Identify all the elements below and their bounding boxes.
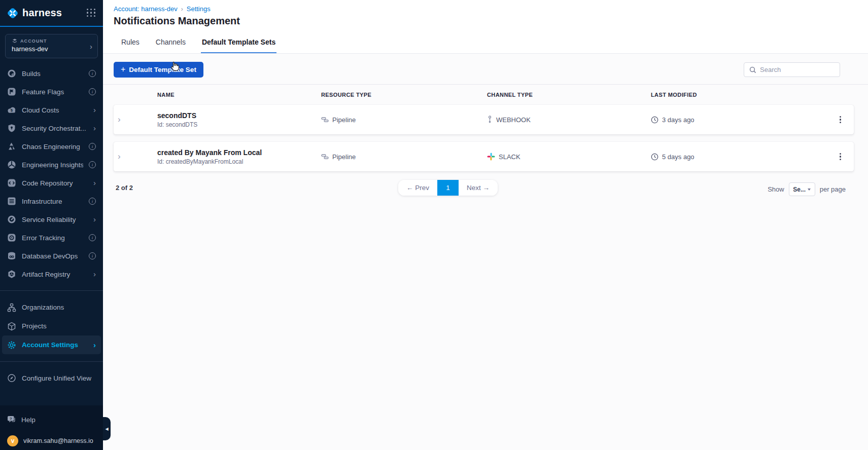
pipeline-icon (321, 116, 329, 123)
tab-default-template-sets[interactable]: Default Template Sets (201, 30, 276, 53)
show-label: Show (768, 185, 784, 193)
sidebar-collapse-handle[interactable]: ◀ (103, 417, 111, 440)
code-repository-icon (7, 178, 16, 188)
template-set-name: secondDTS (157, 111, 321, 120)
sidebar-item-cloud-costs[interactable]: $ Cloud Costs › (0, 101, 103, 119)
gear-icon (7, 341, 16, 350)
chevron-right-icon: › (93, 179, 96, 186)
add-default-template-set-button[interactable]: + Default Template Set (114, 62, 203, 78)
resource-type-label: Pipeline (332, 116, 356, 124)
sidebar-item-label: Error Tracking (22, 234, 83, 242)
sidebar-item-security-orchestration[interactable]: Security Orchestrat... › (0, 119, 103, 137)
tabbar: Rules Channels Default Template Sets (103, 30, 868, 54)
sidebar-item-organizations[interactable]: Organizations (0, 298, 103, 317)
harness-logo (6, 7, 19, 20)
info-icon[interactable]: i (89, 234, 96, 241)
expand-row-icon[interactable]: › (114, 152, 157, 162)
account-name: harness-dev (12, 45, 92, 53)
breadcrumb: Account: harness-dev › Settings (114, 5, 868, 13)
last-modified-label: 5 days ago (662, 153, 695, 161)
sidebar-item-code-repository[interactable]: Code Repository › (0, 174, 103, 192)
sidebar-item-label: Chaos Engineering (22, 143, 83, 151)
webhook-icon (487, 116, 493, 124)
sidebar: harness ACCOUNT harness-dev › Builds i F… (0, 0, 103, 450)
sidebar-item-feature-flags[interactable]: Feature Flags i (0, 83, 103, 101)
next-page-button[interactable]: Next → (459, 180, 498, 196)
info-icon[interactable]: i (89, 161, 96, 168)
breadcrumb-account-link[interactable]: Account: harness-dev (114, 5, 178, 13)
sidebar-item-account-settings[interactable]: Account Settings › (2, 335, 101, 354)
sidebar-divider (0, 290, 103, 291)
sidebar-item-engineering-insights[interactable]: Engineering Insights i (0, 156, 103, 174)
name-cell: secondDTS Id: secondDTS (157, 111, 321, 128)
main-content: Account: harness-dev › Settings Notifica… (103, 0, 868, 450)
sidebar-item-projects[interactable]: Projects (0, 317, 103, 335)
info-icon[interactable]: i (89, 252, 96, 259)
sidebar-bottom: ? Help v vikram.sahu@harness.io (0, 405, 103, 450)
channel-type-label: SLACK (499, 153, 520, 161)
sidebar-item-label: Engineering Insights (22, 161, 83, 169)
sidebar-item-artifact-registry[interactable]: Artifact Registry › (0, 265, 103, 283)
name-cell: created By Mayank From Local Id: created… (157, 148, 321, 165)
account-selector[interactable]: ACCOUNT harness-dev › (5, 34, 98, 58)
help-button[interactable]: ? Help (0, 413, 103, 427)
infrastructure-icon (7, 197, 16, 206)
sidebar-item-label: Service Reliability (22, 216, 88, 223)
logo-text: harness (22, 7, 87, 19)
page-1-button[interactable]: 1 (437, 180, 459, 196)
sidebar-item-chaos-engineering[interactable]: Chaos Engineering i (0, 137, 103, 156)
page-title: Notifications Management (114, 15, 868, 27)
sidebar-item-infrastructure[interactable]: Infrastructure i (0, 192, 103, 210)
user-menu[interactable]: v vikram.sahu@harness.io (0, 434, 103, 448)
info-icon[interactable]: i (89, 70, 96, 77)
sidebar-item-label: Organizations (22, 304, 96, 311)
sidebar-item-label: Account Settings (22, 341, 88, 349)
chevron-right-icon: › (93, 106, 96, 114)
pagination-count: 2 of 2 (116, 184, 133, 192)
row-menu-button[interactable] (827, 150, 854, 164)
search-input[interactable] (760, 66, 835, 73)
tab-channels[interactable]: Channels (155, 30, 187, 53)
error-tracking-icon (7, 233, 16, 242)
table-row[interactable]: › secondDTS Id: secondDTS Pipeline WEBHO… (114, 105, 854, 134)
search-icon (749, 66, 756, 73)
chevron-right-icon: › (93, 216, 96, 223)
sidebar-item-label: Database DevOps (22, 252, 83, 260)
prev-page-button[interactable]: ← Prev (398, 180, 437, 196)
info-icon[interactable]: i (89, 88, 96, 95)
sidebar-item-builds[interactable]: Builds i (0, 64, 103, 83)
column-header-name: NAME (157, 92, 321, 98)
sidebar-divider (0, 361, 103, 362)
chevron-right-icon: › (181, 6, 183, 13)
breadcrumb-settings-link[interactable]: Settings (187, 5, 211, 13)
sidebar-item-label: Configure Unified View (22, 374, 96, 382)
sidebar-secondary-nav: Organizations Projects Account Settings … (0, 298, 103, 354)
sidebar-item-database-devops[interactable]: Database DevOps i (0, 247, 103, 265)
chevron-right-icon: › (93, 271, 96, 278)
svg-text:$: $ (11, 108, 13, 113)
table-row[interactable]: › created By Mayank From Local Id: creat… (114, 142, 854, 171)
column-header-resource-type: RESOURCE TYPE (321, 92, 487, 98)
info-icon[interactable]: i (89, 143, 96, 150)
channel-type-cell: SLACK (487, 153, 651, 161)
template-set-id: Id: secondDTS (157, 121, 321, 128)
row-menu-button[interactable] (827, 113, 854, 127)
configure-icon (7, 373, 16, 383)
sidebar-item-label: Projects (22, 322, 96, 330)
sidebar-item-label: Artifact Registry (22, 271, 88, 278)
clock-icon (651, 153, 658, 161)
sidebar-item-error-tracking[interactable]: Error Tracking i (0, 229, 103, 247)
sidebar-item-service-reliability[interactable]: Service Reliability › (0, 210, 103, 229)
page-size-select[interactable]: Se... (789, 182, 815, 196)
pipeline-icon (321, 153, 329, 160)
svg-text:?: ? (10, 417, 12, 421)
projects-icon (7, 322, 16, 331)
column-header-last-modified: LAST MODIFIED (651, 92, 827, 98)
app-switcher-icon[interactable] (87, 9, 96, 18)
sidebar-item-configure-unified-view[interactable]: Configure Unified View (0, 369, 103, 387)
page-size-value: Se... (793, 186, 806, 193)
tab-rules[interactable]: Rules (120, 30, 141, 53)
plus-icon: + (121, 65, 125, 74)
info-icon[interactable]: i (89, 198, 96, 205)
expand-row-icon[interactable]: › (114, 115, 157, 125)
